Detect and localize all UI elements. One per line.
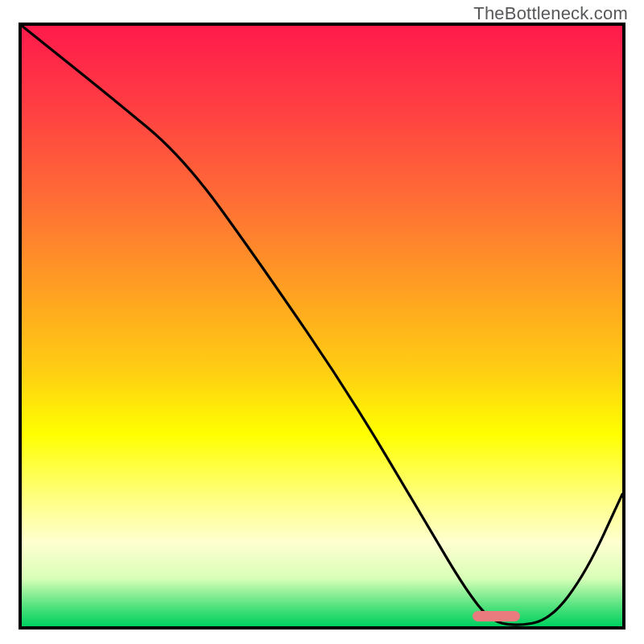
- chart-container: TheBottleneck.com: [0, 0, 644, 644]
- watermark-text: TheBottleneck.com: [473, 3, 628, 24]
- bottleneck-curve: [22, 26, 622, 626]
- plot-area: [19, 23, 625, 630]
- optimal-marker: [473, 611, 521, 621]
- curve-path: [22, 26, 622, 625]
